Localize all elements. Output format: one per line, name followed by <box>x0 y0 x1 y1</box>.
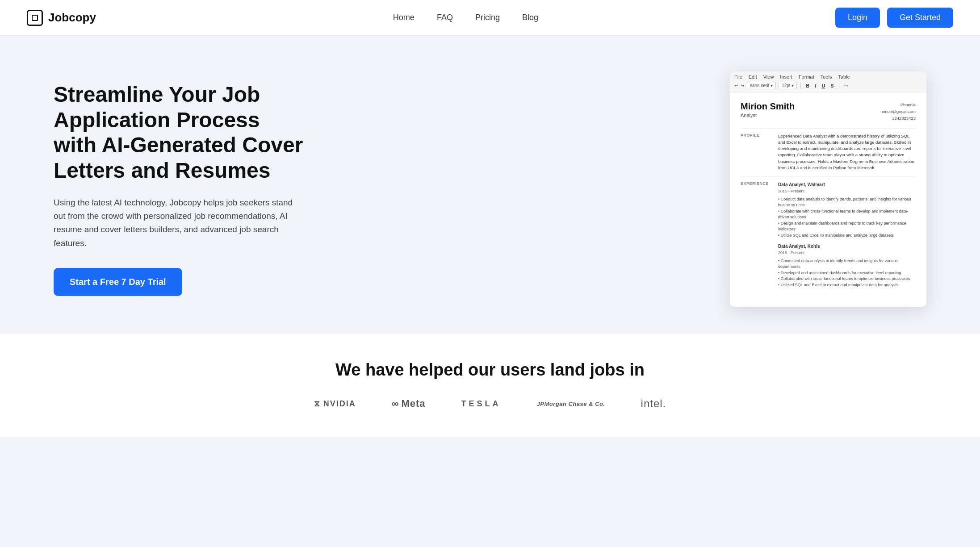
resume-body: Mirion Smith Analyst Phoenix mirion@gmai… <box>730 92 926 307</box>
bullet-1-1: • Developed and maintained dashboards fo… <box>778 270 916 276</box>
bullet-1-0: • Conducted data analysis to identify tr… <box>778 258 916 270</box>
meta-icon: ∞ <box>392 398 399 409</box>
helped-title: We have helped our users land jobs in <box>54 360 926 380</box>
undo-icon[interactable]: ↩ <box>734 83 738 88</box>
profile-label: PROFILE <box>741 133 772 171</box>
hero-subtitle: Using the latest AI technology, Jobcopy … <box>54 196 304 251</box>
tesla-logo: TESLA <box>461 399 501 409</box>
job-bullets-1: • Conducted data analysis to identify tr… <box>778 258 916 288</box>
bullet-1-2: • Collaborated with cross-functional tea… <box>778 276 916 282</box>
profile-content: Experienced Data Analyst with a demonstr… <box>778 133 916 171</box>
trial-button[interactable]: Start a Free 7 Day Trial <box>54 268 182 296</box>
job-bullets-0: • Conduct data analysis to identify tren… <box>778 196 916 239</box>
toolbar-controls: ↩ ↪ sans-serif ▾ 12pt ▾ B I U S ··· <box>734 82 922 89</box>
intel-logo: intel. <box>641 397 666 410</box>
hero-left: Streamline Your Job Application Process … <box>54 82 304 296</box>
nav-link-pricing[interactable]: Pricing <box>475 13 500 22</box>
nav-item-home[interactable]: Home <box>393 13 415 22</box>
logo-icon-inner <box>32 15 38 21</box>
navbar: Jobcopy Home FAQ Pricing Blog Login Get … <box>0 0 980 36</box>
resume-name-area: Mirion Smith Analyst <box>741 101 795 118</box>
more-options-button[interactable]: ··· <box>843 83 850 89</box>
job-dates-0: 2015 - Present <box>778 188 916 195</box>
bold-button[interactable]: B <box>804 83 811 89</box>
nav-link-blog[interactable]: Blog <box>522 13 538 22</box>
menu-format[interactable]: Format <box>799 74 814 79</box>
nav-links: Home FAQ Pricing Blog <box>393 13 538 22</box>
nvidia-logo: ⧖ NVIDIA <box>314 399 356 409</box>
job-title-1: Data Analyst, Kohls <box>778 243 916 250</box>
menu-insert[interactable]: Insert <box>780 74 792 79</box>
menu-tools[interactable]: Tools <box>821 74 832 79</box>
resume-job-title-header: Analyst <box>741 113 795 118</box>
nav-link-home[interactable]: Home <box>393 13 415 22</box>
meta-logo: ∞ Meta <box>392 398 426 409</box>
resume-location: Phoenix <box>880 101 916 108</box>
logo-text: Jobcopy <box>48 11 96 25</box>
helped-section: We have helped our users land jobs in ⧖ … <box>0 334 980 437</box>
resume-profile-section: PROFILE Experienced Data Analyst with a … <box>741 128 916 171</box>
italic-button[interactable]: I <box>813 83 817 89</box>
tesla-text: TESLA <box>461 399 501 408</box>
nav-item-pricing[interactable]: Pricing <box>475 13 500 22</box>
hero-section: Streamline Your Job Application Process … <box>0 36 980 334</box>
logo[interactable]: Jobcopy <box>27 10 96 26</box>
nvidia-text: NVIDIA <box>323 399 356 409</box>
job-title-0: Data Analyst, Walmart <box>778 181 916 188</box>
resume-email: mirion@gmail.com <box>880 108 916 115</box>
menu-file[interactable]: File <box>734 74 742 79</box>
resume-experience-section: EXPERIENCE Data Analyst, Walmart 2015 - … <box>741 176 916 292</box>
nav-buttons: Login Get Started <box>835 8 953 28</box>
bullet-0-1: • Collaborate with cross-functional team… <box>778 209 916 221</box>
company-logos: ⧖ NVIDIA ∞ Meta TESLA JPMorgan Chase & C… <box>54 397 926 410</box>
nav-link-faq[interactable]: FAQ <box>437 13 453 22</box>
resume-toolbar: File Edit View Insert Format Tools Table… <box>730 71 926 92</box>
job-entry-0: Data Analyst, Walmart 2015 - Present • C… <box>778 181 916 238</box>
menu-table[interactable]: Table <box>838 74 850 79</box>
logo-icon <box>27 10 43 26</box>
experience-content: Data Analyst, Walmart 2015 - Present • C… <box>778 181 916 292</box>
menu-view[interactable]: View <box>763 74 774 79</box>
experience-label: EXPERIENCE <box>741 181 772 292</box>
font-size-selector[interactable]: 12pt ▾ <box>779 82 797 89</box>
underline-button[interactable]: U <box>820 83 826 89</box>
resume-name: Mirion Smith <box>741 101 795 112</box>
nav-item-blog[interactable]: Blog <box>522 13 538 22</box>
intel-text: intel. <box>641 397 666 409</box>
hero-title: Streamline Your Job Application Process … <box>54 82 304 184</box>
bullet-0-2: • Design and maintain dashboards and rep… <box>778 221 916 233</box>
nvidia-icon: ⧖ <box>314 399 321 409</box>
redo-icon[interactable]: ↪ <box>741 83 744 88</box>
resume-contact: Phoenix mirion@gmail.com 3242323423 <box>880 101 916 122</box>
resume-phone: 3242323423 <box>880 115 916 121</box>
nav-item-faq[interactable]: FAQ <box>437 13 453 22</box>
resume-preview: File Edit View Insert Format Tools Table… <box>730 71 926 307</box>
bullet-1-3: • Utilized SQL and Excel to extract and … <box>778 282 916 288</box>
job-dates-1: 2015 - Present <box>778 250 916 256</box>
bullet-0-0: • Conduct data analysis to identify tren… <box>778 196 916 209</box>
get-started-button[interactable]: Get Started <box>887 8 953 28</box>
bullet-0-3: • Utilize SQL and Excel to manipulate an… <box>778 233 916 239</box>
meta-text: Meta <box>401 398 425 409</box>
login-button[interactable]: Login <box>835 8 880 28</box>
job-entry-1: Data Analyst, Kohls 2015 - Present • Con… <box>778 243 916 288</box>
resume-header: Mirion Smith Analyst Phoenix mirion@gmai… <box>741 101 916 122</box>
strikethrough-button[interactable]: S <box>829 83 835 89</box>
jpmorgan-text: JPMorgan Chase & Co. <box>537 401 605 407</box>
toolbar-menu: File Edit View Insert Format Tools Table <box>734 74 922 79</box>
font-selector[interactable]: sans-serif ▾ <box>747 82 776 89</box>
menu-edit[interactable]: Edit <box>749 74 757 79</box>
jpmorgan-logo: JPMorgan Chase & Co. <box>537 401 605 407</box>
